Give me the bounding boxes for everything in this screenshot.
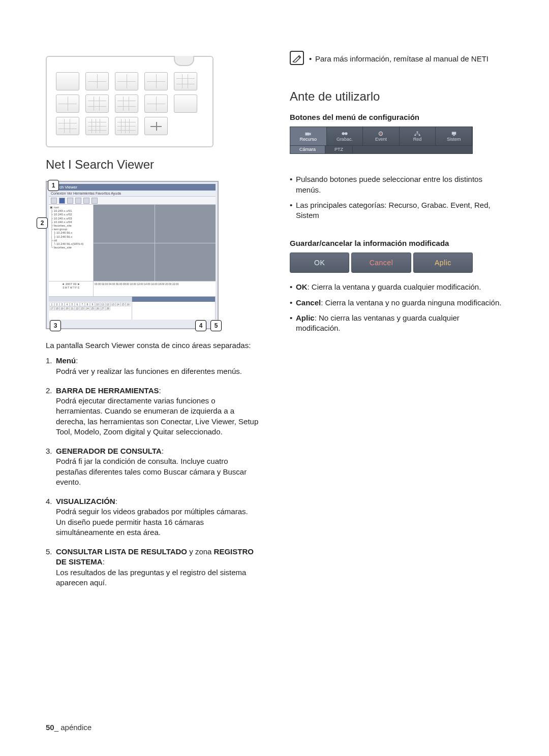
list-item-2: 2. BARRA DE HERRAMIENTAS: Podrá ejecutar… (46, 386, 259, 437)
layout-5x5-button[interactable] (115, 117, 138, 135)
save-bullet-aplic: Aplic: No cierra las ventanas y guarda c… (290, 313, 503, 334)
svg-point-2 (342, 132, 345, 135)
layout-4x4-button[interactable] (85, 117, 109, 135)
layout-grid-panel (46, 56, 214, 147)
svg-point-5 (380, 133, 382, 134)
sv-lower: 1234567 891011121314 15161718192021 2223… (49, 296, 216, 320)
list-item-3: 3. GENERADOR DE CONSULTA: Podrá fi jar l… (46, 446, 259, 487)
note-text: Para más información, remítase al manual… (309, 54, 489, 64)
save-bullet-ok: OK: Cierra la ventana y guarda cualquier… (290, 282, 503, 292)
menutab-red[interactable]: Red (400, 127, 436, 145)
note-icon (290, 51, 304, 65)
config-subbar: Cámara PTZ (290, 146, 473, 154)
layout-1l5r-button[interactable] (174, 72, 197, 90)
sv-view-area (94, 205, 216, 281)
menutab-recurso[interactable]: Recurso (290, 127, 327, 145)
layout-8-button[interactable] (85, 94, 109, 113)
layout-13-button[interactable] (56, 117, 79, 135)
sv-titlebar: Search Viewer (49, 184, 216, 191)
svg-marker-1 (310, 133, 311, 136)
subtab-camara[interactable]: Cámara (290, 146, 325, 153)
svg-rect-7 (414, 135, 416, 136)
svg-rect-10 (453, 135, 455, 136)
menutab-grabac[interactable]: Grabac. (327, 127, 363, 145)
searchviewer-heading: Net I Search Viewer (46, 158, 259, 172)
layout-10-button[interactable] (144, 94, 168, 113)
config-menubar: Recurso Grabac. Event Red Sistem (290, 127, 473, 146)
list-item-5: 5. CONSULTAR LISTA DE RESULTADO y zona R… (46, 547, 259, 588)
svg-rect-0 (306, 133, 310, 136)
save-button-row: OK Cancel Aplic (290, 253, 473, 273)
save-subheading: Guardar/cancelar la información modifica… (290, 239, 503, 247)
callout-5: 5 (210, 320, 222, 331)
menu-bullet-2: Las principales categorías: Recurso, Gra… (290, 200, 503, 221)
sv-menubar: Conexión Ver Herramientas Favoritos Ayud… (49, 191, 216, 197)
svg-rect-6 (417, 132, 418, 133)
layout-3x3-button[interactable] (115, 94, 138, 113)
layout-blank-button[interactable] (174, 94, 197, 113)
save-bullet-cancel: Cancel: Cierra la ventana y no guarda ni… (290, 298, 503, 308)
layout-2x2-button[interactable] (85, 72, 109, 90)
searchviewer-figure: 1 2 3 4 5 Search Viewer Conexión Ver Her… (46, 181, 229, 329)
callout-4: 4 (195, 320, 206, 331)
callout-3: 3 (50, 320, 61, 331)
layout-6-button[interactable] (56, 94, 79, 113)
ante-heading: Ante de utilizarlo (290, 89, 503, 104)
aplic-button[interactable]: Aplic (413, 253, 473, 273)
callout-1: 1 (48, 180, 59, 191)
svg-point-3 (345, 132, 348, 135)
list-item-4: 4. VISUALIZACIÓN: Podrá seguir los video… (46, 496, 259, 538)
svg-rect-9 (451, 132, 455, 135)
callout-2: 2 (37, 217, 48, 229)
searchviewer-screenshot: Search Viewer Conexión Ver Herramientas … (46, 181, 219, 329)
subtab-ptz[interactable]: PTZ (325, 146, 353, 153)
list-item-1: 1. Menú: Podrá ver y realizar las funcio… (46, 356, 259, 376)
menu-subheading: Botones del menú de configuración (290, 113, 503, 121)
menutab-sistem[interactable]: Sistem (436, 127, 472, 145)
sv-toolbar (49, 197, 216, 205)
page-footer: 50_ apéndice (46, 723, 92, 732)
layout-1x1-button[interactable] (56, 72, 79, 90)
layout-1l3r-button[interactable] (115, 72, 138, 90)
intro-text: La pantalla Search Viewer consta de cinc… (46, 340, 259, 351)
cancel-button[interactable]: Cancel (351, 253, 411, 273)
layout-add-button[interactable] (144, 117, 168, 135)
note-block: Para más información, remítase al manual… (290, 51, 503, 69)
svg-rect-8 (419, 135, 420, 136)
layout-1t3b-button[interactable] (144, 72, 168, 90)
panel-pin (174, 56, 194, 66)
sv-tree-panel: ▣ root ├ 10.240.x.x/01 ├ 10.240.x.x/02 ├… (49, 205, 94, 281)
menutab-event[interactable]: Event (363, 127, 400, 145)
menu-bullet-1: Pulsando botones puede seleccionar entre… (290, 174, 503, 195)
sv-timeline: ◄ 2007 03 ► S M T W T F S 00:00 02:00 04… (49, 281, 216, 296)
ok-button[interactable]: OK (290, 253, 349, 273)
